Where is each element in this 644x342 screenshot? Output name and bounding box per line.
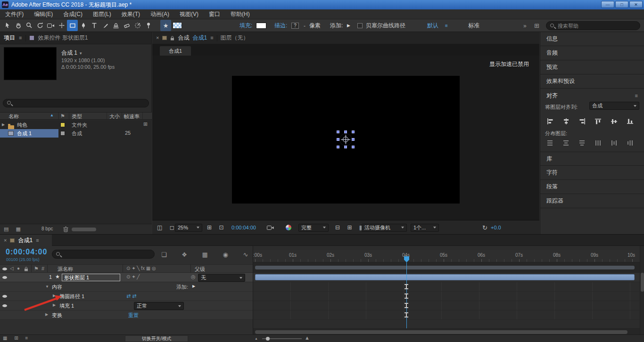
twirl-open-icon[interactable]: ▼ — [45, 285, 49, 289]
ellipse-path-row[interactable]: ▶ 椭圆路径 1 ⇄ ⇄ — [0, 292, 253, 301]
twirl-closed-icon[interactable]: ▶ — [45, 313, 48, 317]
add-property-icon[interactable]: ▶ — [192, 285, 195, 288]
align-right-icon[interactable] — [576, 116, 588, 126]
rotate-tool[interactable] — [34, 20, 45, 31]
video-column-icon[interactable] — [2, 268, 7, 270]
source-name-column[interactable]: 源名称 — [58, 266, 73, 273]
align-vertical-center-icon[interactable] — [608, 116, 620, 126]
property-eye-icon[interactable] — [2, 304, 7, 307]
column-size[interactable]: 大小 — [109, 113, 120, 120]
maximize-button[interactable]: □ — [615, 1, 628, 8]
label-column-icon[interactable]: ⚑ — [60, 114, 65, 119]
sort-ascending-icon[interactable]: ▲ — [50, 113, 54, 117]
column-type[interactable]: 类型 — [72, 113, 82, 120]
scrollbar-thumb[interactable] — [641, 273, 644, 292]
menu-help[interactable]: 帮助(H) — [225, 9, 255, 19]
workspace-standard-tab[interactable]: 标准 — [468, 19, 479, 32]
timeline-zoom-slider[interactable] — [262, 338, 302, 339]
contents-group-row[interactable]: ▼ 内容 添加: ▶ — [0, 282, 253, 292]
item-name[interactable]: 合成 1 — [17, 130, 32, 137]
stroke-width-value[interactable]: - — [304, 19, 305, 32]
label-swatch[interactable] — [60, 131, 65, 136]
time-ruler[interactable]: :00s 01s 02s 03s 04s 05s 06s 07s 08s 09s… — [253, 250, 640, 262]
timeline-tab[interactable]: × 合成1 ≡ — [0, 235, 52, 246]
timeline-panel-menu-icon[interactable]: ≡ — [36, 238, 39, 243]
timeline-horizontal-scrollbar[interactable] — [253, 328, 640, 335]
zoom-slider-knob[interactable] — [266, 337, 270, 341]
menu-animation[interactable]: 动画(A) — [145, 9, 174, 19]
tab-project[interactable]: 项目 — [4, 34, 15, 42]
stroke-swatch[interactable]: ? — [291, 23, 299, 29]
viewer-panel-title[interactable]: 合成 — [178, 34, 189, 42]
project-footer-icons[interactable]: ▤ ▦ — [4, 227, 24, 232]
panel-preview[interactable]: 预览 — [540, 60, 644, 74]
workspace-default-tab[interactable]: 默认 — [427, 19, 438, 32]
align-panel-menu-icon[interactable]: ≡ — [635, 93, 638, 98]
zoom-out-mountain-icon[interactable]: ▲ — [255, 337, 258, 340]
distribute-right-icon[interactable] — [624, 138, 636, 148]
selection-handle[interactable] — [352, 138, 355, 141]
work-area-strip[interactable] — [253, 262, 640, 273]
fill-property-label[interactable]: 填充 1 — [59, 302, 74, 309]
menu-composition[interactable]: 合成(C) — [58, 9, 88, 19]
zoom-tool[interactable] — [24, 20, 34, 31]
solo-column-icon[interactable]: ● — [17, 266, 20, 271]
footer-scrollbar[interactable] — [72, 228, 96, 231]
panel-info[interactable]: 信息 — [540, 32, 644, 46]
minimize-button[interactable]: — — [601, 1, 614, 8]
project-search-input[interactable] — [15, 100, 145, 106]
parent-column[interactable]: 父级 — [195, 266, 205, 273]
twirl-closed-icon[interactable]: ▶ — [2, 123, 5, 127]
selection-handle[interactable] — [337, 146, 339, 148]
viewer-left-icons[interactable]: ◫ ◻ — [157, 220, 177, 235]
project-column-header[interactable]: 名称 ▲ ⚑ 类型 大小 帧速率 — [0, 112, 152, 120]
stroke-label[interactable]: 描边: — [274, 19, 287, 32]
current-timecode[interactable]: 0:00:04:00 — [6, 248, 47, 256]
camera-tool[interactable] — [45, 20, 56, 31]
distribute-top-icon[interactable] — [544, 138, 556, 148]
blend-mode-dropdown[interactable]: 正常 — [134, 302, 184, 310]
timeline-search-box[interactable] — [52, 250, 155, 259]
selection-handle[interactable] — [352, 130, 355, 133]
align-top-icon[interactable] — [592, 116, 604, 126]
panel-effects-presets[interactable]: 效果和预设 — [540, 74, 644, 89]
menu-layer[interactable]: 图层(L) — [88, 9, 116, 19]
panel-libraries[interactable]: 库 — [540, 152, 644, 166]
toggle-switches-modes-button[interactable]: 切换开关/模式 — [125, 335, 188, 342]
parent-pickwhip-icon[interactable]: ◎ — [191, 274, 196, 279]
layer-duration-bar[interactable] — [255, 274, 635, 280]
close-tab-icon[interactable]: × — [4, 238, 7, 243]
puppet-pin-tool[interactable] — [143, 20, 154, 31]
selection-handle[interactable] — [344, 146, 347, 148]
scrollbar-thumb[interactable] — [255, 330, 627, 334]
bezier-path-label[interactable]: 贝塞尔曲线路径 — [366, 19, 405, 32]
clone-stamp-tool[interactable] — [110, 20, 121, 31]
workspace-menu-icon[interactable]: ≡ — [445, 19, 448, 32]
panel-tracker[interactable]: 跟踪器 — [540, 194, 644, 208]
refresh-icon[interactable]: ↻ — [482, 220, 487, 235]
audio-column-icon[interactable]: ◁ — [10, 266, 14, 271]
distribute-left-icon[interactable] — [592, 138, 604, 148]
property-eye-icon[interactable] — [2, 295, 7, 298]
menu-window[interactable]: 窗口 — [204, 9, 225, 19]
distribute-bottom-icon[interactable] — [576, 138, 588, 148]
selection-handle[interactable] — [337, 138, 339, 141]
add-property-label[interactable]: 添加: — [176, 284, 188, 291]
panel-character[interactable]: 字符 — [540, 166, 644, 180]
work-area-bar[interactable] — [255, 266, 635, 269]
item-name[interactable]: 纯色 — [17, 122, 27, 129]
hand-tool[interactable] — [13, 20, 24, 31]
align-to-dropdown[interactable]: 合成 — [589, 102, 639, 110]
viewer-canvas[interactable]: 显示加速已禁用 — [152, 56, 539, 220]
project-search-box[interactable] — [3, 99, 149, 107]
label-column-icon[interactable]: ⚑ — [34, 266, 39, 271]
shape-tool[interactable] — [67, 20, 78, 31]
layer-visibility-eye-icon[interactable] — [2, 276, 7, 279]
workspace-overflow-icon[interactable]: » — [523, 19, 527, 32]
layer-name[interactable]: 形状图层 1 — [62, 274, 120, 281]
parent-dropdown[interactable]: 无 — [198, 274, 245, 282]
help-search-box[interactable] — [546, 21, 640, 30]
ellipse-path-label[interactable]: 椭圆路径 1 — [59, 293, 84, 300]
timeline-vertical-scrollbar[interactable] — [640, 246, 644, 335]
status-pane-toggle-icons[interactable]: ▦ ⊞ ≡ — [3, 336, 31, 341]
